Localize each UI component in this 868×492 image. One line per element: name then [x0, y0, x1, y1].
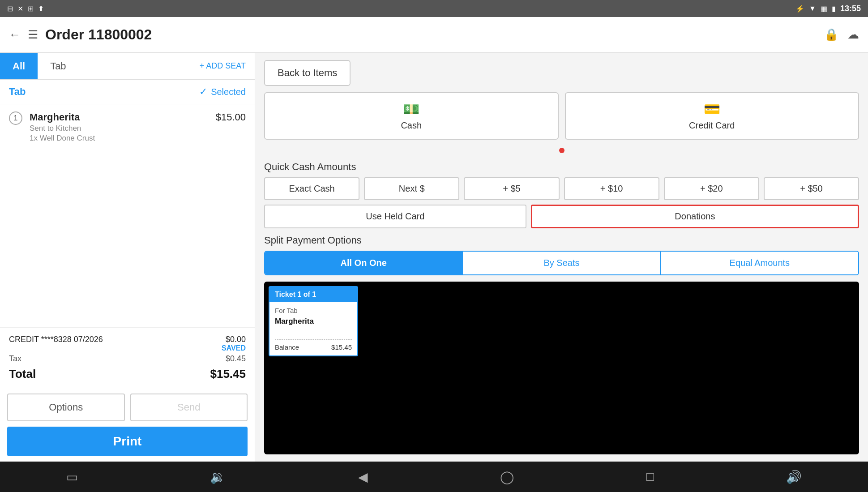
- cloud-icon[interactable]: ☁: [847, 28, 859, 42]
- quick-cash-section: Quick Cash Amounts Exact Cash Next $ + $…: [264, 161, 859, 228]
- item-number: 1: [9, 111, 22, 125]
- volume-down-icon[interactable]: 🔉: [210, 470, 226, 484]
- split-payment-section: Split Payment Options All On One By Seat…: [264, 235, 859, 275]
- cash-icon: 💵: [403, 101, 419, 117]
- back-nav-icon[interactable]: ◀: [358, 470, 368, 484]
- add-seat-button[interactable]: + ADD SEAT: [191, 53, 255, 79]
- item-sub1: Sent to Kitchen: [30, 124, 95, 133]
- cash-button[interactable]: 💵 Cash: [264, 92, 559, 140]
- saved-label: SAVED: [222, 344, 246, 352]
- item-details: Margherita Sent to Kitchen 1x Well Done …: [30, 111, 95, 143]
- tab-selected: ✓ Selected: [199, 86, 246, 98]
- payment-methods: 💵 Cash 💳 Credit Card: [264, 92, 859, 140]
- table-row: 1 Margherita Sent to Kitchen 1x Well Don…: [9, 111, 246, 143]
- ticket-balance-label: Balance: [275, 343, 299, 351]
- ticket-item-name: Margherita: [275, 317, 352, 326]
- ticket-balance-amount: $15.45: [331, 343, 352, 351]
- order-item-left: 1 Margherita Sent to Kitchen 1x Well Don…: [9, 111, 95, 143]
- next-dollar-button[interactable]: Next $: [364, 177, 459, 200]
- payment-summary: CREDIT ****8328 07/2026 $0.00 SAVED Tax …: [0, 327, 255, 388]
- tab-tab-button[interactable]: Tab: [38, 53, 191, 79]
- order-title: Order 11800002: [45, 26, 152, 43]
- wifi-icon: ▼: [809, 4, 816, 13]
- selected-label: Selected: [211, 87, 246, 97]
- all-on-one-button[interactable]: All On One: [265, 252, 462, 274]
- credit-row: CREDIT ****8328 07/2026 $0.00 SAVED: [9, 335, 246, 352]
- tax-label: Tax: [9, 354, 21, 364]
- right-panel: Back to Items 💵 Cash 💳 Credit Card Quick…: [255, 53, 868, 462]
- options-button[interactable]: Options: [7, 394, 125, 421]
- by-seats-button[interactable]: By Seats: [463, 252, 660, 274]
- print-button[interactable]: Print: [7, 427, 248, 456]
- use-held-card-button[interactable]: Use Held Card: [264, 205, 526, 228]
- credit-amount: $0.00: [222, 335, 246, 344]
- screenshot-icon: ⊟: [7, 4, 13, 13]
- ticket-footer: Balance $15.45: [275, 339, 352, 351]
- bottom-row1: Options Send: [7, 394, 248, 421]
- status-time: 13:55: [840, 4, 861, 13]
- red-dot-row: [264, 146, 859, 155]
- ticket-area: Ticket 1 of 1 For Tab Margherita Balance…: [264, 282, 859, 454]
- tax-amount: $0.45: [226, 354, 246, 364]
- split-options: All On One By Seats Equal Amounts: [264, 251, 859, 275]
- menu-icon[interactable]: ☰: [28, 28, 38, 42]
- item-name: Margherita: [30, 111, 95, 123]
- total-amount: $15.45: [210, 367, 246, 381]
- tab-label: Tab: [9, 86, 26, 98]
- total-label: Total: [9, 367, 36, 381]
- item-price: $15.00: [216, 111, 246, 123]
- split-payment-label: Split Payment Options: [264, 235, 859, 246]
- ticket-for-tab: For Tab: [275, 307, 352, 314]
- send-button[interactable]: Send: [130, 394, 248, 421]
- signal-icon: ▦: [821, 4, 827, 13]
- credit-card-button[interactable]: 💳 Credit Card: [565, 92, 859, 140]
- order-items: 1 Margherita Sent to Kitchen 1x Well Don…: [0, 104, 255, 327]
- upload-icon: ⬆: [38, 4, 44, 13]
- battery-icon: ▮: [832, 4, 836, 13]
- status-bar-left: ⊟ ✕ ⊞ ⬆: [7, 4, 44, 13]
- top-bar-right: 🔒 ☁: [824, 28, 859, 42]
- exact-cash-button[interactable]: Exact Cash: [264, 177, 359, 200]
- quick-cash-row2: Use Held Card Donations: [264, 205, 859, 228]
- credit-text: CREDIT ****8328 07/2026: [9, 335, 103, 352]
- donations-button[interactable]: Donations: [531, 205, 859, 228]
- usb2-icon: ⊞: [28, 4, 34, 13]
- ticket-body: For Tab Margherita Balance $15.45: [269, 302, 357, 355]
- tax-row: Tax $0.45: [9, 354, 246, 364]
- total-row: Total $15.45: [9, 367, 246, 381]
- credit-card-icon: 💳: [704, 101, 720, 117]
- quick-cash-label: Quick Cash Amounts: [264, 161, 859, 173]
- plus50-button[interactable]: + $50: [764, 177, 859, 200]
- status-bar-right: ⚡ ▼ ▦ ▮ 13:55: [795, 4, 861, 13]
- usb-icon: ✕: [17, 4, 23, 13]
- bluetooth-icon: ⚡: [795, 4, 804, 13]
- back-to-items-button[interactable]: Back to Items: [264, 60, 351, 86]
- bottom-nav: ▭ 🔉 ◀ ◯ □ 🔊: [0, 462, 868, 492]
- ticket-header: Ticket 1 of 1: [269, 287, 357, 302]
- top-bar: ← ☰ Order 11800002 🔒 ☁: [0, 17, 868, 53]
- back-button[interactable]: ←: [9, 28, 21, 42]
- plus10-button[interactable]: + $10: [564, 177, 659, 200]
- item-sub2: 1x Well Done Crust: [30, 134, 95, 143]
- cash-label: Cash: [401, 120, 422, 131]
- plus20-button[interactable]: + $20: [664, 177, 759, 200]
- tab-bar: All Tab + ADD SEAT: [0, 53, 255, 80]
- status-bar: ⊟ ✕ ⊞ ⬆ ⚡ ▼ ▦ ▮ 13:55: [0, 0, 868, 17]
- check-icon: ✓: [199, 86, 207, 98]
- lock-icon[interactable]: 🔒: [824, 28, 838, 42]
- camera-icon[interactable]: ▭: [66, 470, 78, 484]
- left-panel: All Tab + ADD SEAT Tab ✓ Selected 1 Marg…: [0, 53, 255, 462]
- home-icon[interactable]: ◯: [500, 470, 514, 484]
- equal-amounts-button[interactable]: Equal Amounts: [661, 252, 858, 274]
- top-bar-left: ← ☰ Order 11800002: [9, 26, 152, 43]
- red-dot-indicator: [559, 148, 564, 153]
- recent-apps-icon[interactable]: □: [646, 470, 654, 484]
- ticket-card: Ticket 1 of 1 For Tab Margherita Balance…: [269, 286, 358, 356]
- tab-info: Tab ✓ Selected: [0, 80, 255, 104]
- tab-all-button[interactable]: All: [0, 53, 38, 79]
- volume-up-icon[interactable]: 🔊: [786, 470, 802, 484]
- credit-card-label: Credit Card: [689, 120, 735, 131]
- quick-cash-row1: Exact Cash Next $ + $5 + $10 + $20 + $50: [264, 177, 859, 200]
- plus5-button[interactable]: + $5: [464, 177, 559, 200]
- bottom-buttons: Options Send Print: [0, 388, 255, 462]
